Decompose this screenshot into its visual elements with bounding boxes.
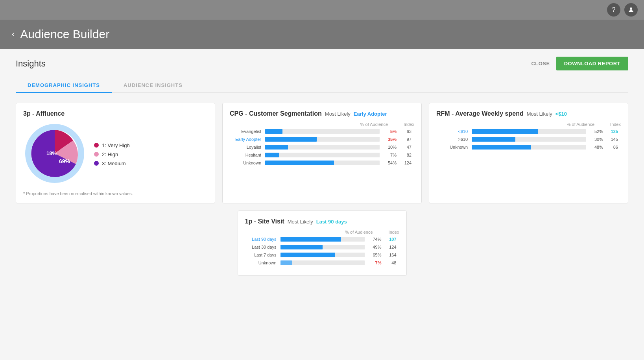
pie-container: 18% 69% 1: Very High 2: High [23, 122, 208, 186]
card-rfm-title: RFM - Average Weekly spend Most Likely <… [436, 110, 621, 117]
back-button[interactable]: ‹ [12, 29, 15, 39]
bar-row-hesitant: Hesitant 7% 82 [230, 153, 414, 157]
legend-item-medium: 3: Medium [94, 161, 130, 166]
svg-text:18%: 18% [46, 150, 57, 156]
card-affluence-title: 3p - Affluence [23, 110, 208, 117]
pie-chart: 18% 69% [23, 122, 86, 186]
bar-row-last30: Last 30 days 49% 124 [245, 245, 399, 249]
bar-row-early-adopter: Early Adopter 35% 97 [230, 137, 414, 142]
tab-audience[interactable]: AUDIENCE INSIGHTS [112, 78, 194, 93]
svg-point-0 [630, 7, 632, 10]
insights-header: Insights CLOSE DOWNLOAD REPORT [16, 57, 628, 70]
page-title: Audience Builder [20, 28, 109, 41]
bar-row-last90: Last 90 days 74% 107 [245, 237, 399, 242]
site-visit-bars: Last 90 days 74% 107 Last 30 days [245, 237, 399, 265]
cpg-chart-header: % of Audience Index [230, 122, 414, 127]
card-site-visit-title: 1p - Site Visit Most Likely Last 90 days [245, 218, 399, 225]
tabs: DEMOGRAPHIC INSIGHTS AUDIENCE INSIGHTS [16, 78, 628, 93]
card-affluence: 3p - Affluence [16, 103, 215, 203]
help-icon[interactable]: ? [607, 3, 620, 17]
legend: 1: Very High 2: High 3: Medium [94, 142, 130, 166]
legend-dot-very-high [94, 143, 99, 148]
site-visit-chart-header: % of Audience Index [245, 230, 399, 234]
legend-item-high: 2: High [94, 151, 130, 157]
legend-item-very-high: 1: Very High [94, 142, 130, 148]
bar-row-unknown-cpg: Unknown 54% 124 [230, 161, 414, 165]
bar-row-unknown-sv: Unknown 7% 48 [245, 260, 399, 265]
svg-text:69%: 69% [59, 158, 70, 164]
card-cpg-title: CPG - Customer Segmentation Most Likely … [230, 110, 414, 117]
bar-row-last7: Last 7 days 65% 164 [245, 253, 399, 257]
rfm-bars: <$10 52% 125 >$10 30% [436, 129, 621, 150]
user-icon[interactable] [624, 3, 638, 17]
cards-grid-top: 3p - Affluence [16, 103, 628, 203]
pie-note: * Proportions have been normalised withi… [23, 191, 208, 196]
cards-grid-bottom: 1p - Site Visit Most Likely Last 90 days… [16, 210, 628, 276]
cpg-bars: Evangelist 5% 63 Early Adopter [230, 129, 414, 165]
content-area: Insights CLOSE DOWNLOAD REPORT DEMOGRAPH… [0, 49, 644, 358]
card-cpg: CPG - Customer Segmentation Most Likely … [222, 103, 422, 203]
bar-row-gt10: >$10 30% 145 [436, 137, 621, 142]
bar-row-evangelist: Evangelist 5% 63 [230, 129, 414, 134]
bar-row-lt10: <$10 52% 125 [436, 129, 621, 134]
page-header: ‹ Audience Builder [0, 20, 644, 49]
download-report-button[interactable]: DOWNLOAD REPORT [556, 57, 628, 70]
card-site-visit: 1p - Site Visit Most Likely Last 90 days… [238, 210, 407, 276]
tab-demographic[interactable]: DEMOGRAPHIC INSIGHTS [16, 78, 112, 93]
bar-row-unknown-rfm: Unknown 48% 86 [436, 145, 621, 150]
top-bar: ? [0, 0, 644, 20]
insights-actions: CLOSE DOWNLOAD REPORT [531, 57, 628, 70]
bar-row-loyalist: Loyalist 10% 47 [230, 145, 414, 150]
legend-dot-high [94, 152, 99, 157]
card-rfm: RFM - Average Weekly spend Most Likely <… [429, 103, 628, 203]
legend-dot-medium [94, 161, 99, 166]
rfm-chart-header: % of Audience Index [436, 122, 621, 127]
insights-title: Insights [16, 59, 46, 69]
close-button[interactable]: CLOSE [531, 61, 550, 66]
